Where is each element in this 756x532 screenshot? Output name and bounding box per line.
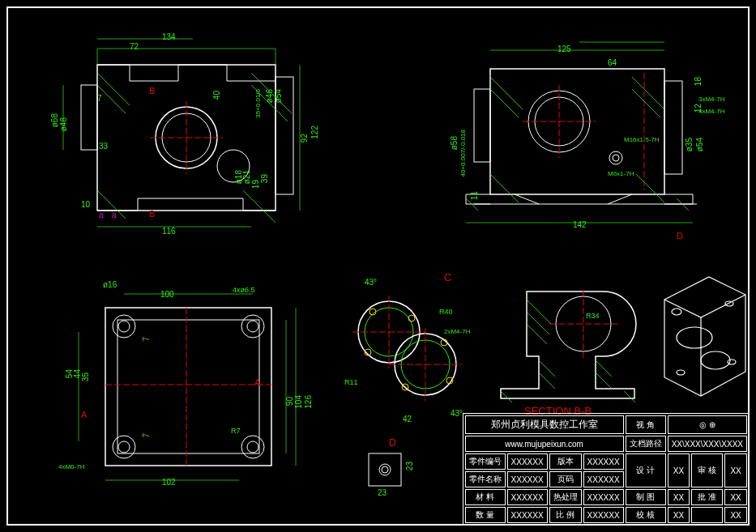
svg-point-75 <box>382 466 388 473</box>
tb-design-v: XX <box>668 453 690 487</box>
dim-7: 7 <box>97 94 102 103</box>
svg-point-49 <box>118 441 130 453</box>
dim-021: ø21 <box>242 170 251 184</box>
dim-48: ø48 <box>59 117 68 131</box>
marker-B-top: B <box>149 86 155 96</box>
tb-r0-l1: 零件编号 <box>465 453 506 470</box>
dim-7a: 7 <box>142 337 151 342</box>
dim-122: 122 <box>310 126 319 139</box>
tb-docpath-label: 文档路径 <box>626 436 666 452</box>
svg-point-48 <box>113 436 135 458</box>
tb-r2-l1: 材 料 <box>465 489 506 505</box>
svg-point-90 <box>672 309 681 315</box>
svg-line-8 <box>97 73 130 105</box>
view-top-left <box>49 32 308 243</box>
label-C: C <box>444 271 451 283</box>
svg-line-87 <box>624 391 635 402</box>
dim-r40: R40 <box>439 308 453 316</box>
dim-68: ø68 <box>50 113 59 127</box>
dim-tol35: 35+0.01/0 <box>254 89 262 118</box>
dim-19: 19 <box>251 180 260 189</box>
svg-point-50 <box>241 436 264 458</box>
tb-approve-l: 批 准 <box>691 489 723 505</box>
dim-016: ø16 <box>103 280 117 289</box>
svg-point-51 <box>247 441 258 453</box>
svg-line-82 <box>539 360 555 377</box>
svg-line-81 <box>527 324 547 344</box>
dim-102: 102 <box>162 478 176 487</box>
svg-point-46 <box>241 315 264 338</box>
dim-10: 10 <box>81 200 90 209</box>
tb-r2-l2: 热处理 <box>549 489 582 505</box>
svg-point-89 <box>701 351 730 369</box>
svg-rect-1 <box>81 85 97 150</box>
dim-a43: 43° <box>365 278 377 287</box>
svg-point-47 <box>247 321 258 332</box>
dim-64: 64 <box>608 58 617 67</box>
svg-point-45 <box>118 321 130 332</box>
svg-rect-22 <box>474 89 490 162</box>
tb-blank-l <box>691 507 723 523</box>
tb-proj-symbol: ◎ ⊕ <box>668 415 747 434</box>
dim-035: ø35 <box>685 138 694 151</box>
marker-D: D <box>677 231 683 240</box>
tb-r2-v1: XXXXXX <box>507 489 548 505</box>
dim-125: 125 <box>557 45 571 53</box>
dim-142: 142 <box>573 220 587 229</box>
dim-35: 35 <box>81 372 90 381</box>
dim-054: ø54 <box>274 89 283 103</box>
marker-B-bot: B <box>149 209 155 219</box>
svg-line-85 <box>596 372 612 389</box>
svg-rect-23 <box>664 81 682 174</box>
dim-23a: 23 <box>405 462 414 470</box>
svg-line-79 <box>527 300 551 324</box>
dim-104: 104 <box>294 395 303 409</box>
dim-72: 72 <box>130 42 139 51</box>
tb-review-l: 审 核 <box>691 453 723 487</box>
svg-point-91 <box>725 301 733 306</box>
dim-r7: R7 <box>231 427 241 435</box>
marker-A2: A <box>81 410 87 419</box>
tb-r3-l2: 比 例 <box>549 507 582 523</box>
dim-046: ø46 <box>265 89 274 103</box>
svg-line-83 <box>539 372 555 389</box>
dim-23b: 23 <box>378 488 387 497</box>
dim-126: 126 <box>304 395 313 409</box>
dim-058: ø58 <box>450 136 459 150</box>
svg-point-26 <box>609 151 622 164</box>
svg-rect-42 <box>105 308 271 466</box>
dim-r11: R11 <box>344 378 358 386</box>
view-top-right <box>450 32 725 243</box>
dim-tol40: 40+0.007/-0.018 <box>459 130 467 177</box>
svg-line-34 <box>632 89 660 117</box>
note-2m4: 2xM4-7H <box>444 328 470 335</box>
svg-line-32 <box>490 89 519 117</box>
note-3m4: 3xM4-7H <box>698 96 724 103</box>
tb-check-l: 校 核 <box>626 507 666 523</box>
tb-r1-l1: 零件名称 <box>465 471 506 487</box>
svg-line-33 <box>632 77 664 109</box>
note-m6: M6x1-7H <box>608 170 634 177</box>
tb-r3-l1: 数 量 <box>465 507 506 523</box>
svg-point-93 <box>728 360 736 364</box>
tb-r0-v1: XXXXXX <box>507 453 548 470</box>
titleblock: 郑州贞利模具数控工作室 视 角 ◎ ⊕ www.mujupeixun.com 文… <box>463 413 750 526</box>
tb-r3-v2: XXXXXX <box>583 507 624 523</box>
dim-39: 39 <box>260 174 269 183</box>
dim-42c: 42 <box>403 415 412 423</box>
dim-33: 33 <box>99 142 108 151</box>
dim-134: 134 <box>162 32 176 41</box>
tb-r0-l2: 版本 <box>549 453 582 470</box>
marker-a-bot: a <box>99 211 104 219</box>
tb-r3-v1: XXXXXX <box>507 507 548 523</box>
svg-line-31 <box>490 77 523 109</box>
svg-point-92 <box>677 370 685 375</box>
svg-rect-21 <box>490 69 664 194</box>
company-url: www.mujupeixun.com <box>465 436 624 452</box>
marker-A1: A <box>254 377 260 387</box>
dim-7b: 7 <box>142 433 151 438</box>
tb-docpath: XX\XXX\XXX\XXXX <box>668 436 747 452</box>
svg-point-88 <box>677 327 712 348</box>
section-bb <box>494 267 644 413</box>
note-4x65: 4xø6.5 <box>233 286 255 294</box>
